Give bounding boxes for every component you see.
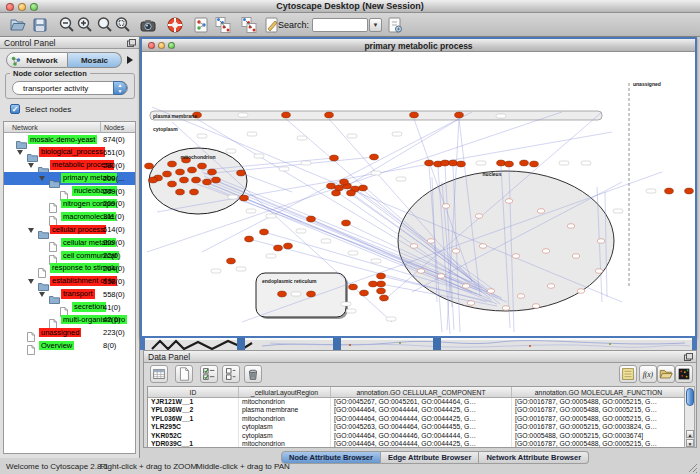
nucleus-gene-node[interactable]: [502, 306, 510, 311]
attr-tab-network[interactable]: Network Attribute Browser: [479, 451, 589, 464]
zoom-selected-icon[interactable]: [114, 16, 132, 34]
table-row[interactable]: YJR121W__1mitochondrion[GO:0045267, GO:0…: [148, 398, 686, 406]
float-panel-icon[interactable]: [127, 39, 136, 47]
gene-node[interactable]: [149, 177, 158, 183]
nucleus-gene-node[interactable]: [467, 301, 475, 306]
attribute-editor-icon[interactable]: [619, 365, 637, 383]
gene-node[interactable]: [441, 160, 450, 166]
float-panel-icon[interactable]: [684, 353, 693, 361]
node-color-combo[interactable]: transporter activity ▲▼: [12, 81, 128, 95]
tree-column-header[interactable]: Network Nodes: [4, 122, 135, 133]
gene-node[interactable]: [340, 179, 349, 185]
zoom-out-icon[interactable]: [58, 16, 76, 34]
tree-row[interactable]: metabolic process280(0): [4, 159, 135, 172]
tree-row[interactable]: cellular metabo209(0): [4, 236, 135, 249]
table-row[interactable]: YPL036W__2plasma membrane[GO:0044464, GO…: [148, 406, 686, 414]
gene-node[interactable]: [192, 177, 201, 183]
gene-node[interactable]: [203, 179, 212, 185]
gene-node[interactable]: [369, 281, 378, 287]
tree-row[interactable]: multi-organism pro42(0): [4, 313, 135, 326]
attribute-table[interactable]: ID_cellularLayoutRegionannotation.GO CEL…: [147, 386, 687, 448]
import-network-icon[interactable]: [386, 16, 404, 34]
matrix-view-icon[interactable]: [675, 365, 693, 383]
expand-arrow-icon[interactable]: [39, 292, 45, 297]
nucleus-gene-node[interactable]: [462, 284, 470, 289]
tree-row[interactable]: establishment of lo558(0): [4, 275, 135, 288]
nucleus-gene-node[interactable]: [452, 249, 460, 254]
nucleus-gene-node[interactable]: [532, 304, 540, 309]
nucleus-gene-node[interactable]: [567, 224, 575, 229]
nucleus-gene-node[interactable]: [572, 254, 580, 259]
gene-node[interactable]: [327, 183, 336, 189]
gene-node[interactable]: [505, 161, 514, 167]
nucleus-gene-node[interactable]: [442, 204, 450, 209]
attr-tab-edge[interactable]: Edge Attribute Browser: [381, 451, 479, 464]
new-attribute-icon[interactable]: [175, 365, 193, 383]
nucleus-gene-node[interactable]: [479, 244, 487, 249]
tree-row[interactable]: unassigned223(0): [4, 326, 135, 339]
help-lifering-icon[interactable]: [166, 16, 184, 34]
table-row[interactable]: YLR295Ccytoplasm[GO:0045263, GO:0044464,…: [148, 423, 686, 431]
checklist-icon[interactable]: [200, 365, 218, 383]
scroll-up-arrow[interactable]: ▲: [686, 430, 694, 438]
network-view-window[interactable]: primary metabolic process plasma membran…: [140, 37, 697, 338]
gene-node[interactable]: [227, 258, 236, 264]
gene-node[interactable]: [520, 160, 529, 166]
gene-node[interactable]: [145, 163, 154, 169]
nucleus-gene-node[interactable]: [505, 199, 513, 204]
window-resize-grip[interactable]: [687, 462, 698, 473]
gene-node[interactable]: [284, 243, 293, 249]
tree-row[interactable]: nucleobase-209(0): [4, 185, 135, 198]
gene-node[interactable]: [260, 229, 269, 235]
gene-node[interactable]: [457, 161, 466, 167]
gene-node[interactable]: [370, 154, 379, 160]
gene-node[interactable]: [307, 291, 316, 297]
table-header-row[interactable]: ID_cellularLayoutRegionannotation.GO CEL…: [148, 387, 686, 398]
tree-row[interactable]: primary metabo209(...: [4, 172, 135, 185]
nucleus-gene-node[interactable]: [597, 239, 605, 244]
mosaic-icon[interactable]: [192, 16, 210, 34]
open-icon[interactable]: [9, 16, 27, 34]
save-icon[interactable]: [31, 16, 49, 34]
search-input[interactable]: [312, 18, 368, 32]
formula-builder-icon[interactable]: f(x): [639, 365, 657, 383]
tabs-overflow-arrow[interactable]: [127, 56, 133, 64]
delete-attribute-trash-icon[interactable]: [244, 365, 262, 383]
tree-row[interactable]: cell communicat22(0): [4, 249, 135, 262]
gene-node[interactable]: [377, 273, 386, 279]
gene-node[interactable]: [685, 188, 694, 194]
gene-node[interactable]: [349, 284, 358, 290]
gene-node[interactable]: [497, 160, 506, 166]
tree-row[interactable]: cellular process614(0): [4, 223, 135, 236]
merge-nodes-icon[interactable]: [240, 16, 258, 34]
gene-node[interactable]: [359, 185, 368, 191]
gene-node[interactable]: [425, 160, 434, 166]
table-header-cell[interactable]: ID: [148, 387, 239, 397]
network-view-titlebar[interactable]: primary metabolic process: [142, 39, 695, 52]
tree-row[interactable]: transport558(0): [4, 288, 135, 301]
expand-arrow-icon[interactable]: [28, 279, 34, 284]
gene-node[interactable]: [377, 281, 386, 287]
gene-node[interactable]: [176, 169, 185, 175]
gene-node[interactable]: [455, 112, 464, 118]
tab-mosaic[interactable]: Mosaic: [68, 52, 122, 68]
gene-node[interactable]: [307, 216, 316, 222]
plasma-membrane-region[interactable]: [150, 111, 602, 120]
tree-row[interactable]: nitrogen compo209(0): [4, 197, 135, 210]
gene-node[interactable]: [274, 245, 283, 251]
nucleus-gene-node[interactable]: [410, 244, 418, 249]
nucleus-gene-node[interactable]: [427, 239, 435, 244]
tree-row[interactable]: response to stimulu264(0): [4, 262, 135, 275]
gene-node[interactable]: [163, 171, 172, 177]
nucleus-gene-node[interactable]: [512, 254, 520, 259]
nucleus-gene-node[interactable]: [487, 289, 495, 294]
gene-node[interactable]: [237, 170, 246, 176]
nucleus-gene-node[interactable]: [542, 249, 550, 254]
nucleus-gene-node[interactable]: [537, 209, 545, 214]
tree-row[interactable]: mosaic-demo-yeast874(0): [4, 133, 135, 146]
app-titlebar[interactable]: Cytoscape Desktop (New Session): [0, 0, 700, 13]
gene-node[interactable]: [347, 190, 356, 196]
gene-node[interactable]: [282, 112, 291, 118]
attr-tab-node[interactable]: Node Attribute Browser: [281, 451, 381, 464]
gene-node[interactable]: [360, 290, 369, 296]
